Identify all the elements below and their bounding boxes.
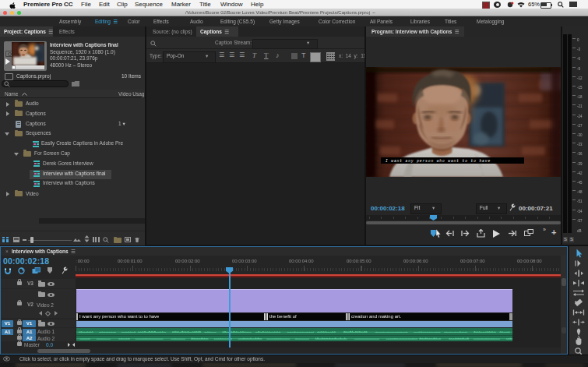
svg-text:I want any person who want to: I want any person who want to to have — [386, 159, 491, 163]
